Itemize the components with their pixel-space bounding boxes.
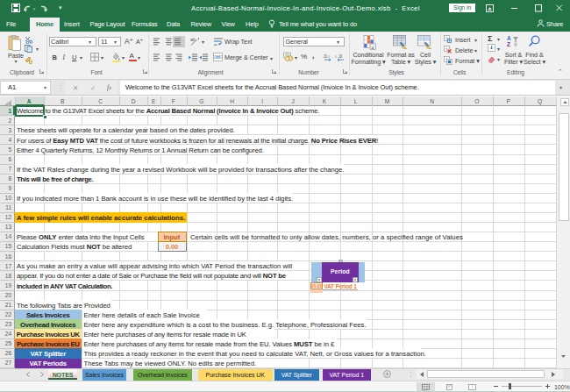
svg-text:.0: .0 [323,53,327,59]
svg-text:Z: Z [507,41,510,47]
svg-text:A: A [507,35,511,41]
svg-text:ab: ab [190,37,196,42]
svg-text:≥: ≥ [371,44,374,49]
svg-text:0: 0 [328,54,331,59]
